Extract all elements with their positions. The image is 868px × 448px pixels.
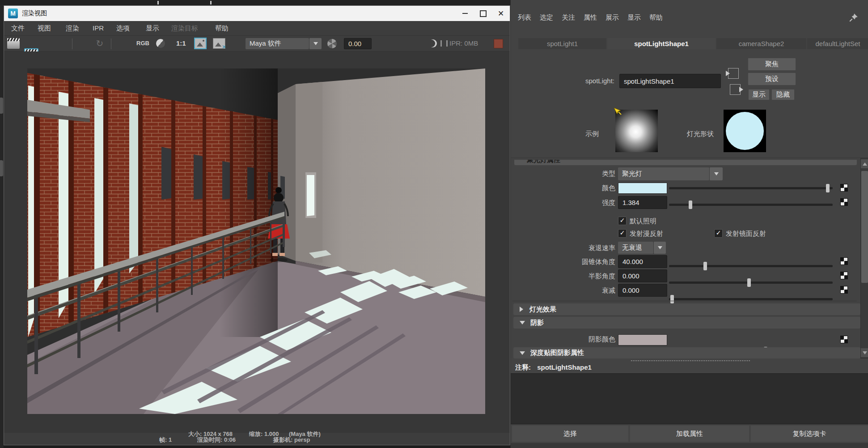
- dropoff-map-button[interactable]: [840, 286, 848, 294]
- tab-camerashape2[interactable]: cameraShape2: [716, 38, 806, 49]
- attribute-editor-menubar: 列表 选定 关注 属性 展示 显示 帮助: [511, 10, 868, 25]
- render-current-frame-icon[interactable]: [7, 38, 20, 49]
- intensity-slider[interactable]: [669, 204, 833, 206]
- render-image-viewport[interactable]: [4, 51, 510, 433]
- keep-image-icon[interactable]: [194, 38, 207, 49]
- intensity-label: 强度: [562, 199, 615, 207]
- menu-display[interactable]: 显示: [146, 24, 159, 33]
- scroll-down-button[interactable]: [861, 348, 868, 357]
- menu-ipr[interactable]: IPR: [93, 24, 104, 32]
- render-region-color-swatch[interactable]: [494, 39, 503, 48]
- pin-icon[interactable]: [849, 13, 859, 22]
- minimize-button[interactable]: [456, 7, 474, 20]
- color-slider-handle[interactable]: [826, 184, 830, 192]
- color-slider[interactable]: [669, 187, 833, 189]
- shadow-color-map-button[interactable]: [840, 336, 848, 343]
- presets-button[interactable]: 预设: [748, 73, 796, 85]
- show-button[interactable]: 显示: [748, 89, 770, 100]
- type-dropdown[interactable]: 聚光灯: [618, 167, 709, 180]
- scroll-up-button[interactable]: [861, 159, 868, 168]
- intensity-slider-handle[interactable]: [689, 201, 692, 209]
- node-type-label: spotLight:: [561, 77, 614, 85]
- rgb-channels-icon[interactable]: RGB: [136, 40, 149, 47]
- color-map-button[interactable]: [840, 184, 848, 192]
- menu-file[interactable]: 文件: [11, 24, 25, 33]
- menu-options[interactable]: 选项: [116, 24, 130, 33]
- status-line-2: 帧: 1 渲染时间: 0:06 摄影机: persp: [4, 436, 510, 443]
- cone-angle-slider-handle[interactable]: [703, 262, 707, 270]
- light-shape-swatch[interactable]: [724, 110, 766, 152]
- cone-angle-field[interactable]: 40.000: [618, 255, 667, 268]
- section-light-effects[interactable]: 灯光效果: [513, 303, 860, 315]
- emit-diffuse-label: 发射漫反射: [630, 230, 663, 238]
- renderer-dropdown-arrow[interactable]: [309, 38, 322, 49]
- color-swatch[interactable]: [618, 183, 667, 194]
- intensity-map-button[interactable]: [840, 198, 848, 206]
- dropoff-slider[interactable]: [669, 298, 833, 300]
- shadow-color-swatch[interactable]: [618, 334, 667, 346]
- menu-help[interactable]: 帮助: [215, 24, 229, 33]
- notes-text-area[interactable]: [511, 373, 868, 424]
- shadow-color-label: 阴影颜色: [562, 335, 615, 344]
- penumbra-angle-slider[interactable]: [669, 282, 833, 284]
- ae-menu-selected[interactable]: 选定: [540, 13, 553, 22]
- penumbra-angle-slider-handle[interactable]: [747, 278, 751, 287]
- maximize-button[interactable]: [474, 7, 492, 20]
- node-name-field[interactable]: spotLightShape1: [619, 74, 721, 88]
- hide-button[interactable]: 隐藏: [771, 89, 795, 100]
- ae-menu-focus[interactable]: 关注: [562, 13, 575, 22]
- dropoff-field[interactable]: 0.000: [618, 284, 667, 297]
- tab-spotlight1[interactable]: spotLight1: [518, 38, 606, 49]
- menu-render[interactable]: 渲染: [66, 24, 79, 33]
- sample-cursor-icon: [613, 107, 622, 116]
- type-label: 类型: [562, 170, 615, 178]
- pause-icon[interactable]: [440, 40, 448, 47]
- type-dropdown-arrow[interactable]: [709, 167, 723, 180]
- ipr-memory-label: IPR: 0MB: [449, 39, 478, 47]
- remove-image-icon[interactable]: ✕: [213, 38, 225, 49]
- default-illumination-checkbox[interactable]: ✓: [618, 217, 627, 225]
- render-view-titlebar[interactable]: M 渲染视图 ✕: [4, 6, 510, 21]
- tab-defaultlightset[interactable]: defaultLightSet: [807, 38, 868, 49]
- load-attributes-button[interactable]: 加载属性: [630, 425, 749, 442]
- connect-input-icon[interactable]: [728, 68, 739, 79]
- cone-angle-map-button[interactable]: [840, 257, 848, 265]
- copy-tab-button[interactable]: 复制选项卡: [750, 425, 868, 442]
- scrolled-section-header[interactable]: 聚光灯属性: [514, 160, 857, 165]
- penumbra-angle-field[interactable]: 0.000: [618, 269, 667, 282]
- section-shadows[interactable]: 阴影: [513, 317, 860, 329]
- maya-logo-icon: M: [8, 9, 18, 18]
- ae-menu-display[interactable]: 显示: [627, 13, 641, 22]
- one-to-one-icon[interactable]: 1:1: [176, 39, 186, 47]
- select-button[interactable]: 选择: [512, 425, 629, 442]
- emit-specular-label: 发射镜面反射: [726, 230, 766, 238]
- decay-rate-dropdown-arrow[interactable]: [653, 242, 666, 254]
- top-tick-2: [210, 1, 212, 4]
- intensity-field[interactable]: 1.384: [618, 196, 667, 209]
- ae-menu-help[interactable]: 帮助: [649, 13, 663, 22]
- gamma-icon[interactable]: [429, 39, 437, 47]
- close-button[interactable]: ✕: [492, 7, 510, 20]
- penumbra-angle-map-button[interactable]: [840, 272, 848, 279]
- scrollbar-thumb[interactable]: [861, 171, 868, 283]
- emit-specular-checkbox[interactable]: ✓: [714, 229, 723, 238]
- menu-view[interactable]: 视图: [38, 24, 51, 33]
- ae-menu-attributes[interactable]: 属性: [584, 13, 597, 22]
- renderer-dropdown[interactable]: Maya 软件: [246, 38, 309, 49]
- alpha-channel-icon[interactable]: [156, 39, 165, 48]
- ae-menu-show[interactable]: 展示: [605, 13, 619, 22]
- ae-menu-list[interactable]: 列表: [518, 13, 531, 22]
- connect-output-icon[interactable]: [730, 84, 741, 95]
- section-depth-map-shadows[interactable]: 深度贴图阴影属性: [513, 347, 860, 358]
- expanded-arrow-icon: [520, 321, 525, 324]
- dropoff-slider-handle[interactable]: [670, 295, 674, 303]
- exposure-field[interactable]: 0.00: [344, 38, 372, 49]
- cone-angle-slider[interactable]: [669, 265, 833, 267]
- emit-diffuse-checkbox[interactable]: ✓: [618, 229, 627, 238]
- status-frame: 帧: 1: [159, 436, 172, 444]
- refresh-shader-icon[interactable]: [327, 39, 337, 48]
- focus-button[interactable]: 聚焦: [748, 58, 796, 71]
- tab-spotlightshape1[interactable]: spotLightShape1: [607, 38, 716, 49]
- attribute-scrollbar[interactable]: [860, 158, 868, 358]
- decay-rate-dropdown[interactable]: 无衰退: [618, 242, 653, 254]
